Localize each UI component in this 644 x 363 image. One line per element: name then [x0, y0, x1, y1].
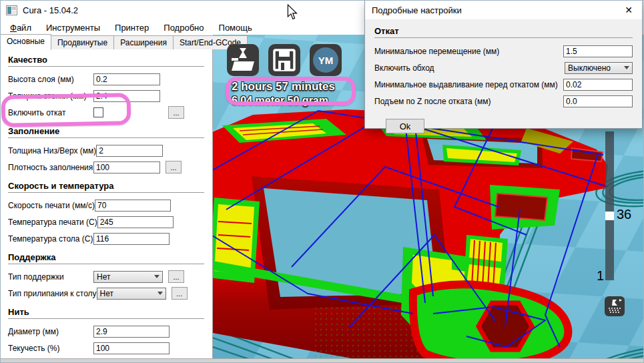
- section-title: Нить: [8, 307, 204, 319]
- setting-row-support-type: Тип поддержкиНет...: [8, 269, 207, 284]
- setting-row-print-temperature: Температура печати (C): [8, 214, 207, 230]
- load-model-icon: [227, 44, 259, 76]
- setting-row-bed-temperature: Температура стола (C): [8, 231, 207, 246]
- setting-row-min-travel: Минимальное перемещение (мм): [374, 43, 633, 59]
- layer-min-label: 1: [597, 268, 604, 284]
- layer-slider-track[interactable]: [605, 131, 614, 280]
- support-type-more-button[interactable]: ...: [168, 270, 184, 283]
- section-title: Заполнение: [8, 126, 204, 138]
- setting-row-filament-diameter: Диаметр (мм): [8, 324, 207, 339]
- setting-row-enable-combing: Включить обходВыключено: [374, 60, 633, 75]
- min-extrusion-label: Минимальное выдавливание перед откатом (…: [374, 80, 558, 89]
- min-extrusion-input[interactable]: [563, 79, 633, 91]
- setting-row-wall-thickness: Толщина стенки (мм): [8, 88, 207, 103]
- flow-label: Текучесть (%): [8, 344, 93, 353]
- save-toolpath-button[interactable]: [268, 44, 300, 76]
- settings-panel: КачествоВысота слоя (мм)Толщина стенки (…: [0, 49, 213, 358]
- expert-settings-dialog: Подробные настройки ✕ Откат Минимальное …: [364, 0, 643, 129]
- section-title: Качество: [8, 55, 204, 67]
- platform-adhesion-select[interactable]: Нет: [97, 288, 166, 300]
- print-temperature-input[interactable]: [97, 216, 174, 228]
- layer-height-label: Высота слоя (мм): [8, 75, 93, 84]
- cura-app-icon: [6, 5, 17, 15]
- section-title: Скорость и температура: [8, 181, 204, 193]
- settings-tabs: ОсновныеПродвинутыеРасширенияStart/End-G…: [0, 35, 213, 49]
- dialog-rows: Минимальное перемещение (мм)Включить обх…: [374, 43, 633, 109]
- chevron-down-icon: [624, 66, 629, 69]
- setting-row-bottom-top-thickness: Толщина Низ/Верх (мм): [8, 143, 207, 158]
- platform-adhesion-select-value: Нет: [100, 289, 157, 298]
- section-title: Поддержка: [8, 252, 204, 264]
- load-model-button[interactable]: [227, 44, 259, 76]
- bottom-top-thickness-input[interactable]: [96, 145, 163, 157]
- platform-adhesion-more-button[interactable]: ...: [172, 287, 188, 300]
- enable-combing-label: Включить обход: [374, 63, 548, 73]
- z-hop-label: Подъем по Z после отката (мм): [374, 97, 548, 106]
- wall-thickness-input[interactable]: [93, 90, 160, 102]
- ok-button[interactable]: Ok: [386, 119, 424, 133]
- enable-retraction-control: [93, 107, 163, 117]
- support-type-label: Тип поддержки: [8, 272, 93, 282]
- setting-row-print-speed: Скорость печати (мм/с): [8, 198, 207, 213]
- window-title: Cura - 15.04.2: [23, 5, 78, 15]
- min-travel-input[interactable]: [563, 45, 633, 57]
- setting-row-layer-height: Высота слоя (мм): [8, 71, 207, 87]
- min-travel-label: Минимальное перемещение (мм): [374, 47, 548, 56]
- setting-row-z-hop: Подъем по Z после отката (мм): [374, 93, 633, 109]
- tab-plugins[interactable]: Расширения: [113, 35, 174, 49]
- filament-diameter-label: Диаметр (мм): [8, 327, 93, 336]
- menu-printer[interactable]: Принтер: [107, 21, 156, 35]
- menu-tools[interactable]: Инструменты: [39, 21, 107, 35]
- chevron-down-icon: [157, 292, 163, 295]
- tab-advanced[interactable]: Продвинутые: [51, 35, 114, 49]
- fill-density-more-button[interactable]: ...: [166, 161, 182, 173]
- share-youmagine-button[interactable]: YM: [310, 44, 342, 76]
- save-icon: [268, 44, 300, 76]
- bed-temperature-input[interactable]: [93, 233, 170, 245]
- fill-density-input[interactable]: [93, 161, 160, 173]
- support-type-select[interactable]: Нет: [93, 271, 163, 283]
- platform-adhesion-label: Тип прилипания к столу: [8, 289, 97, 298]
- print-temperature-label: Температура печати (C): [8, 218, 97, 227]
- layer-slider-handle[interactable]: [605, 212, 614, 220]
- youmagine-icon: YM: [310, 44, 342, 76]
- menu-help[interactable]: Помощь: [212, 21, 260, 35]
- dialog-title-bar: Подробные настройки ✕: [365, 1, 642, 19]
- setting-row-fill-density: Плотность заполнения...: [8, 159, 207, 175]
- filament-diameter-input[interactable]: [93, 326, 170, 338]
- layers-view-icon: [605, 296, 625, 316]
- window-bottom-edge: [0, 358, 644, 363]
- setting-row-flow: Текучесть (%): [8, 340, 207, 356]
- svg-text:YM: YM: [318, 55, 334, 66]
- wall-thickness-label: Толщина стенки (мм): [8, 91, 93, 101]
- enable-combing-select-value: Выключено: [568, 63, 624, 73]
- enable-retraction-more-button[interactable]: ...: [168, 106, 184, 119]
- dialog-body: Откат Минимальное перемещение (мм)Включи…: [365, 19, 642, 133]
- retraction-section-title: Откат: [374, 26, 633, 38]
- support-type-select-value: Нет: [97, 272, 154, 282]
- setting-row-min-extrusion: Минимальное выдавливание перед откатом (…: [374, 77, 633, 92]
- layer-current-label: 36: [617, 207, 631, 222]
- tab-basic[interactable]: Основные: [0, 34, 51, 50]
- dialog-title: Подробные настройки: [372, 5, 615, 15]
- view-mode-button[interactable]: [605, 296, 625, 316]
- bed-temperature-label: Температура стола (C): [8, 234, 93, 244]
- layer-height-input[interactable]: [93, 73, 160, 85]
- print-speed-input[interactable]: [95, 200, 171, 212]
- setting-row-enable-retraction: Включить откат...: [8, 105, 207, 120]
- dialog-close-button[interactable]: ✕: [615, 1, 642, 19]
- enable-combing-select[interactable]: Выключено: [565, 62, 633, 74]
- chevron-down-icon: [154, 275, 159, 278]
- bottom-top-thickness-label: Толщина Низ/Верх (мм): [8, 146, 96, 155]
- z-hop-input[interactable]: [563, 95, 633, 107]
- fill-density-label: Плотность заполнения: [8, 163, 93, 172]
- menu-expert[interactable]: Подробно: [156, 21, 211, 35]
- flow-input[interactable]: [93, 342, 170, 354]
- menu-file[interactable]: Файл: [3, 21, 39, 35]
- print-speed-label: Скорость печати (мм/с): [8, 201, 95, 210]
- print-time-estimate: 2 hours 57 minutes: [232, 80, 335, 93]
- enable-retraction-label: Включить откат: [8, 108, 93, 117]
- enable-retraction-checkbox[interactable]: [93, 107, 103, 117]
- setting-row-platform-adhesion: Тип прилипания к столуНет...: [8, 286, 207, 301]
- print-stats: 2 hours 57 minutes 6.04 meter 50 gram: [232, 80, 335, 107]
